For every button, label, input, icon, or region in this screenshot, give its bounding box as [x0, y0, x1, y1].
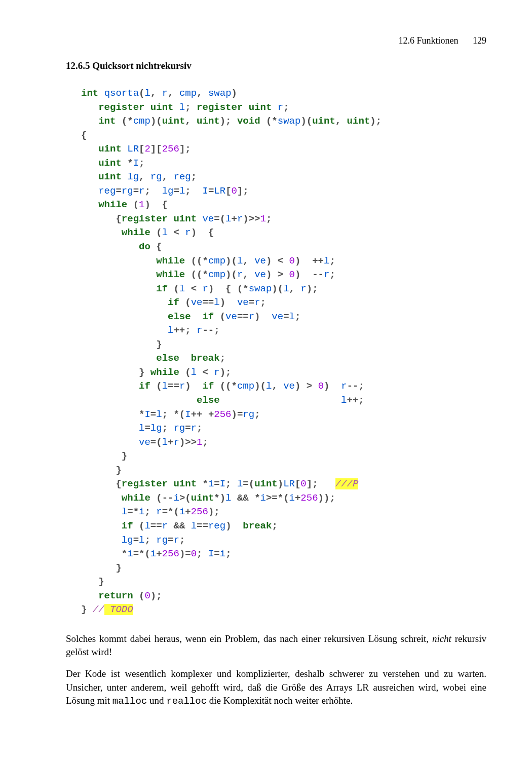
page-number: 129	[473, 35, 486, 46]
paragraph-2: Der Kode ist wesentlich komplexer und ko…	[66, 667, 486, 708]
page-header: 12.6 Funktionen 129	[66, 35, 486, 46]
section-reference: 12.6 Funktionen	[398, 35, 458, 46]
highlight-todo: TODO	[104, 604, 133, 615]
page: 12.6 Funktionen 129 12.6.5 Quicksort nic…	[0, 0, 532, 760]
code-block: int qsorta(l, r, cmp, swap) register uin…	[81, 87, 486, 617]
highlight-marker: ///P	[335, 478, 359, 489]
section-title: 12.6.5 Quicksort nichtrekursiv	[66, 60, 486, 71]
paragraph-1: Solches kommt dabei heraus, wenn ein Pro…	[66, 632, 486, 659]
